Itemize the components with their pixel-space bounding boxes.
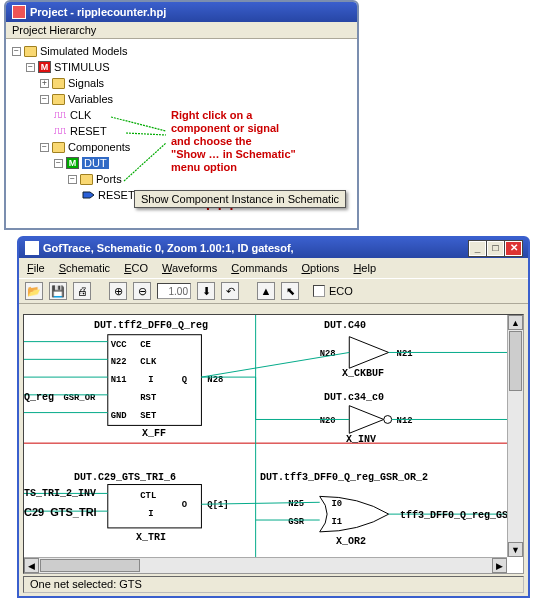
svg-marker-17: [349, 337, 388, 369]
collapse-icon[interactable]: −: [54, 159, 63, 168]
menu-schematic[interactable]: Schematic: [59, 262, 110, 274]
schematic-canvas-wrap: VCCCE N22CLK N11I QN28 GSR_ORRST GNDSET …: [23, 314, 524, 574]
svg-line-38: [201, 352, 349, 377]
signal-icon: ⎍⎍: [54, 110, 67, 120]
minimize-button[interactable]: _: [469, 241, 486, 256]
print-icon[interactable]: 🖨: [73, 282, 91, 300]
scroll-thumb[interactable]: [40, 559, 140, 572]
folder-icon: [24, 46, 37, 57]
folder-icon: [52, 94, 65, 105]
svg-text:RST: RST: [140, 393, 157, 403]
scroll-thumb[interactable]: [509, 331, 522, 391]
folder-icon: [52, 142, 65, 153]
project-titlebar[interactable]: Project - ripplecounter.hpj: [6, 2, 357, 22]
collapse-icon[interactable]: −: [40, 143, 49, 152]
type-label: X_CKBUF: [342, 369, 384, 379]
svg-text:I: I: [148, 375, 153, 385]
save-icon[interactable]: 💾: [49, 282, 67, 300]
tree-variables[interactable]: −Variables: [40, 91, 357, 107]
select-icon[interactable]: ⬉: [281, 282, 299, 300]
module-icon: M: [38, 61, 51, 73]
svg-text:I1: I1: [332, 517, 343, 527]
svg-text:VCC: VCC: [111, 340, 128, 350]
annotation-text: Right click on a component or signal and…: [171, 109, 296, 174]
svg-text:GSR_OR: GSR_OR: [63, 393, 96, 403]
svg-marker-0: [83, 192, 94, 198]
tree-signals[interactable]: +Signals: [40, 75, 357, 91]
vertical-scrollbar[interactable]: ▲ ▼: [507, 315, 523, 557]
collapse-icon[interactable]: −: [26, 63, 35, 72]
net-label: C29 GTS_TRI: [24, 507, 97, 519]
svg-text:GSR: GSR: [288, 517, 305, 527]
net-label: tff3_DFF0_Q_reg_GSR_O: [400, 511, 507, 521]
net-label: TS_TRI_2_INV: [24, 489, 96, 499]
goftrace-window: GofTrace, Schematic 0, Zoom 1.00:1, ID g…: [17, 236, 530, 598]
tree-root[interactable]: −Simulated Models: [12, 43, 357, 59]
svg-text:I0: I0: [332, 499, 343, 509]
svg-text:N21: N21: [397, 349, 413, 359]
goftrace-app-icon: [25, 241, 39, 255]
svg-text:N28: N28: [320, 349, 336, 359]
collapse-icon[interactable]: −: [68, 175, 77, 184]
undo-icon[interactable]: ↶: [221, 282, 239, 300]
svg-text:CTL: CTL: [140, 491, 156, 501]
project-tree: −Simulated Models −MSTIMULUS +Signals −V…: [6, 39, 357, 207]
context-menu-show-in-schematic[interactable]: Show Component Instance in Schematic: [134, 190, 346, 208]
tree-stimulus[interactable]: −MSTIMULUS: [26, 59, 357, 75]
scroll-right-icon[interactable]: ▶: [492, 558, 507, 573]
collapse-icon[interactable]: −: [12, 47, 21, 56]
menu-help[interactable]: Help: [353, 262, 376, 274]
net-label: Q_reg: [24, 393, 54, 403]
folder-icon: [80, 174, 93, 185]
svg-text:N25: N25: [288, 499, 304, 509]
svg-text:GND: GND: [111, 411, 127, 421]
block-label: DUT.tff2_DFF0_Q_reg: [94, 321, 208, 331]
menu-options[interactable]: Options: [301, 262, 339, 274]
status-bar: One net selected: GTS: [23, 576, 524, 593]
menubar: File Schematic ECO Waveforms Commands Op…: [19, 258, 528, 278]
open-icon[interactable]: 📂: [25, 282, 43, 300]
menu-file[interactable]: File: [27, 262, 45, 274]
svg-text:N22: N22: [111, 357, 127, 367]
svg-text:SET: SET: [140, 411, 157, 421]
project-hierarchy-header: Project Hierarchy: [6, 22, 357, 39]
zoom-out-icon[interactable]: ⊖: [133, 282, 151, 300]
svg-text:N11: N11: [111, 375, 127, 385]
block-label: DUT.c34_c0: [324, 393, 384, 403]
maximize-button[interactable]: □: [487, 241, 504, 256]
scroll-left-icon[interactable]: ◀: [24, 558, 39, 573]
menu-commands[interactable]: Commands: [231, 262, 287, 274]
type-label: X_INV: [346, 435, 376, 445]
svg-text:CE: CE: [140, 340, 151, 350]
horizontal-scrollbar[interactable]: ◀ ▶: [24, 557, 507, 573]
module-icon: M: [66, 157, 79, 169]
scroll-down-icon[interactable]: ▼: [508, 542, 523, 557]
zoom-in-icon[interactable]: ⊕: [109, 282, 127, 300]
svg-text:CLK: CLK: [140, 357, 157, 367]
svg-text:N20: N20: [320, 416, 336, 426]
svg-text:Q[1]: Q[1]: [207, 500, 228, 510]
scroll-up-icon[interactable]: ▲: [508, 315, 523, 330]
close-button[interactable]: ✕: [505, 241, 522, 256]
project-icon: [12, 5, 26, 19]
pointer-icon[interactable]: ▲: [257, 282, 275, 300]
collapse-icon[interactable]: −: [40, 95, 49, 104]
menu-waveforms[interactable]: Waveforms: [162, 262, 217, 274]
svg-marker-20: [349, 406, 383, 434]
goftrace-titlebar[interactable]: GofTrace, Schematic 0, Zoom 1.00:1, ID g…: [19, 238, 528, 258]
type-label: X_FF: [142, 429, 166, 439]
type-label: X_TRI: [136, 533, 166, 543]
download-icon[interactable]: ⬇: [197, 282, 215, 300]
menu-eco[interactable]: ECO: [124, 262, 148, 274]
goftrace-title: GofTrace, Schematic 0, Zoom 1.00:1, ID g…: [43, 242, 294, 254]
svg-text:Q: Q: [182, 375, 188, 385]
schematic-canvas[interactable]: VCCCE N22CLK N11I QN28 GSR_ORRST GNDSET …: [24, 315, 507, 557]
zoom-field[interactable]: [157, 283, 191, 299]
block-label: DUT.C29_GTS_TRI_6: [74, 473, 176, 483]
expand-icon[interactable]: +: [40, 79, 49, 88]
folder-icon: [52, 78, 65, 89]
project-window: Project - ripplecounter.hpj Project Hier…: [4, 0, 359, 230]
eco-checkbox[interactable]: ECO: [313, 285, 353, 297]
svg-text:N12: N12: [397, 416, 413, 426]
port-icon: [82, 190, 95, 200]
